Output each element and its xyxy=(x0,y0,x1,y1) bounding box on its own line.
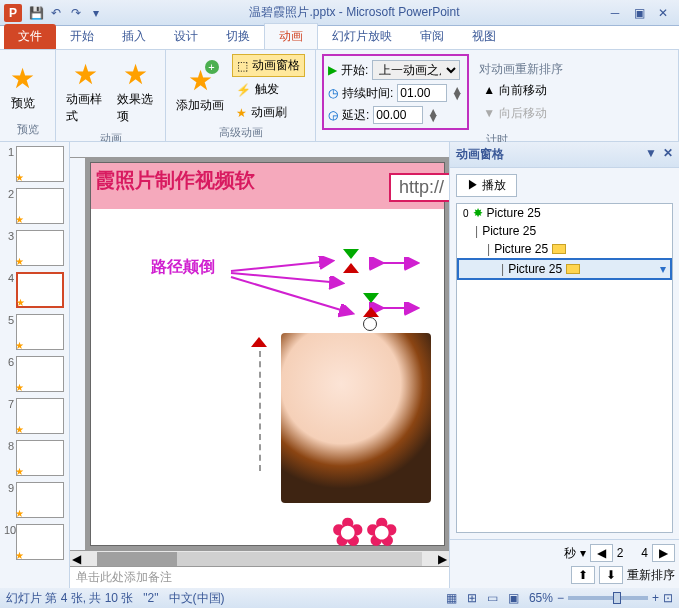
zoom-out[interactable]: − xyxy=(557,591,564,605)
svg-line-0 xyxy=(231,261,331,271)
path-marker-red[interactable] xyxy=(343,263,359,273)
animation-item[interactable]: |Picture 25 xyxy=(457,240,672,258)
play-button[interactable]: ▶ 播放 xyxy=(456,174,517,197)
tab-animations[interactable]: 动画 xyxy=(264,23,318,49)
view-slideshow-icon[interactable]: ▣ xyxy=(508,591,519,605)
seconds-label: 秒 xyxy=(564,545,576,562)
thumbnail-panel[interactable]: 1★2★3★4★5★6★7★8★9★10★ xyxy=(0,142,70,588)
status-slide: 幻灯片 第 4 张, 共 10 张 xyxy=(6,590,133,607)
view-reading-icon[interactable]: ▭ xyxy=(487,591,498,605)
thumbnail-1[interactable]: ★ xyxy=(16,146,64,182)
close-button[interactable]: ✕ xyxy=(651,4,675,22)
tab-home[interactable]: 开始 xyxy=(56,24,108,49)
qat-undo[interactable]: ↶ xyxy=(46,3,66,23)
trigger-button[interactable]: ⚡触发 xyxy=(232,79,305,100)
thumbnail-3[interactable]: ★ xyxy=(16,230,64,266)
reorder-down[interactable]: ⬇ xyxy=(599,566,623,584)
thumbnail-4[interactable]: ★ xyxy=(16,272,64,308)
animation-item[interactable]: |Picture 25▾ xyxy=(457,258,672,280)
pane-title: 动画窗格 xyxy=(456,146,504,163)
thumbnail-8[interactable]: ★ xyxy=(16,440,64,476)
animation-list[interactable]: 0✸Picture 25|Picture 25|Picture 25|Pictu… xyxy=(456,203,673,533)
timing-highlight: ▶开始:上一动画之后 ◷持续时间:▲▼ ◶延迟:▲▼ xyxy=(322,54,469,130)
animation-item[interactable]: 0✸Picture 25 xyxy=(457,204,672,222)
view-sorter-icon[interactable]: ⊞ xyxy=(467,591,477,605)
clock-icon: ◶ xyxy=(328,108,338,122)
path-line xyxy=(259,351,261,471)
thumbnail-10[interactable]: ★ xyxy=(16,524,64,560)
star-plus-icon: ★ xyxy=(188,64,213,97)
tab-file[interactable]: 文件 xyxy=(4,24,56,49)
qat-save[interactable]: 💾 xyxy=(26,3,46,23)
animation-pane-button[interactable]: ⬚动画窗格 xyxy=(232,54,305,77)
animation-painter[interactable]: ★动画刷 xyxy=(232,102,305,123)
ruler-vertical xyxy=(70,158,86,550)
thumbnail-5[interactable]: ★ xyxy=(16,314,64,350)
pane-dropdown[interactable]: ▼ xyxy=(645,146,657,163)
url-box: http:// xyxy=(389,173,449,202)
path-handle[interactable] xyxy=(363,317,377,331)
timeline-right[interactable]: ▶ xyxy=(652,544,675,562)
up-icon: ▲ xyxy=(483,83,495,97)
tab-insert[interactable]: 插入 xyxy=(108,24,160,49)
path-marker-green[interactable] xyxy=(363,293,379,303)
timeline-left[interactable]: ◀ xyxy=(590,544,613,562)
status-theme: "2" xyxy=(143,591,158,605)
view-normal-icon[interactable]: ▦ xyxy=(446,591,457,605)
brush-icon: ★ xyxy=(236,106,247,120)
slide-photo[interactable] xyxy=(281,333,431,503)
zoom-value: 65% xyxy=(529,591,553,605)
group-advanced: 高级动画 xyxy=(172,123,309,140)
path-marker-red[interactable] xyxy=(363,307,379,317)
annotation-text: 路径颠倒 xyxy=(151,257,215,278)
preview-button[interactable]: ★预览 xyxy=(6,54,39,120)
spinner[interactable]: ▲▼ xyxy=(427,109,439,121)
thumbnail-2[interactable]: ★ xyxy=(16,188,64,224)
path-marker-red[interactable] xyxy=(251,337,267,347)
window-title: 温碧霞照片.pptx - Microsoft PowerPoint xyxy=(106,4,603,21)
thumbnail-6[interactable]: ★ xyxy=(16,356,64,392)
duration-input[interactable] xyxy=(397,84,447,102)
animation-styles[interactable]: ★动画样式 xyxy=(62,54,109,129)
scrollbar-horizontal[interactable]: ◀▶ xyxy=(70,550,449,566)
status-lang: 中文(中国) xyxy=(169,590,225,607)
preview-icon: ★ xyxy=(10,62,35,95)
down-icon: ▼ xyxy=(483,106,495,120)
slide-canvas[interactable]: 霞照片制作视频软 http:// 路径颠倒 xyxy=(90,162,445,546)
qat-more[interactable]: ▾ xyxy=(86,3,106,23)
move-earlier[interactable]: ▲向前移动 xyxy=(479,80,563,101)
path-marker-green[interactable] xyxy=(343,249,359,259)
pane-close[interactable]: ✕ xyxy=(663,146,673,163)
qat-redo[interactable]: ↷ xyxy=(66,3,86,23)
reorder-label: 对动画重新排序 xyxy=(479,61,563,78)
tab-slideshow[interactable]: 幻灯片放映 xyxy=(318,24,406,49)
tab-view[interactable]: 视图 xyxy=(458,24,510,49)
move-later[interactable]: ▼向后移动 xyxy=(479,103,563,124)
slide-banner: 霞照片制作视频软 http:// xyxy=(91,163,444,209)
seconds-dropdown[interactable]: ▾ xyxy=(580,546,586,560)
tab-transitions[interactable]: 切换 xyxy=(212,24,264,49)
tab-design[interactable]: 设计 xyxy=(160,24,212,49)
ruler-horizontal xyxy=(70,142,449,158)
zoom-slider[interactable] xyxy=(568,596,648,600)
bolt-icon: ⚡ xyxy=(236,83,251,97)
delay-input[interactable] xyxy=(373,106,423,124)
app-icon: P xyxy=(4,4,22,22)
minimize-button[interactable]: ─ xyxy=(603,4,627,22)
effect-options[interactable]: ★效果选项 xyxy=(113,54,160,129)
reorder-label: 重新排序 xyxy=(627,567,675,584)
maximize-button[interactable]: ▣ xyxy=(627,4,651,22)
clock-icon: ◷ xyxy=(328,86,338,100)
spinner[interactable]: ▲▼ xyxy=(451,87,463,99)
zoom-in[interactable]: + xyxy=(652,591,659,605)
thumbnail-7[interactable]: ★ xyxy=(16,398,64,434)
start-select[interactable]: 上一动画之后 xyxy=(372,60,460,80)
tab-review[interactable]: 审阅 xyxy=(406,24,458,49)
zoom-fit[interactable]: ⊡ xyxy=(663,591,673,605)
thumbnail-9[interactable]: ★ xyxy=(16,482,64,518)
pane-icon: ⬚ xyxy=(237,59,248,73)
animation-item[interactable]: |Picture 25 xyxy=(457,222,672,240)
reorder-up[interactable]: ⬆ xyxy=(571,566,595,584)
add-animation[interactable]: ★添加动画 xyxy=(172,54,228,123)
notes-pane[interactable]: 单击此处添加备注 xyxy=(70,566,449,588)
